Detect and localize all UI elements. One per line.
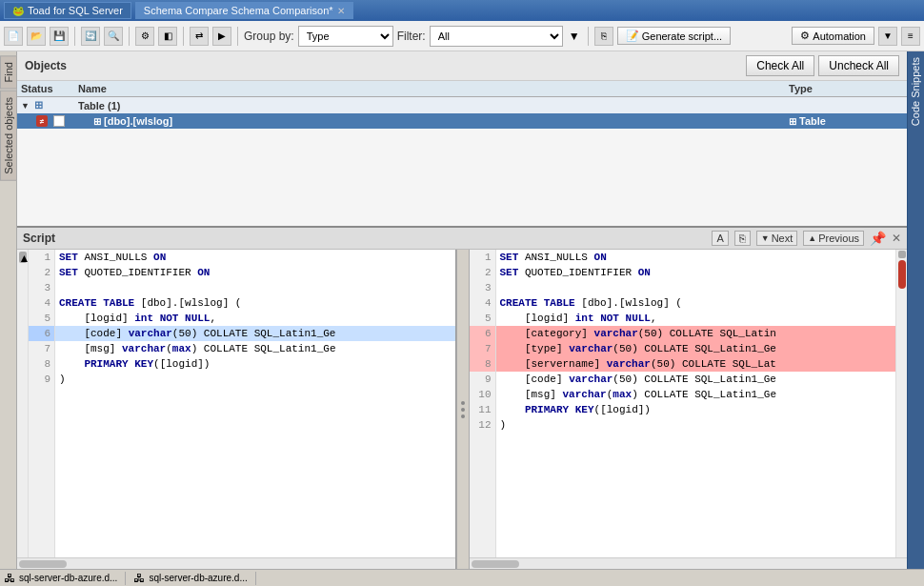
col-status-header: Status — [21, 83, 78, 94]
table-group-row[interactable]: ▼ ⊞ Table (1) — [17, 97, 907, 113]
app-tab[interactable]: 🐸 Toad for SQL Server — [4, 2, 131, 19]
objects-buttons: Check All Uncheck All — [746, 55, 899, 76]
save-icon[interactable]: 💾 — [50, 27, 69, 46]
table-icon: ⊞ — [34, 99, 43, 111]
next-icon: ▼ — [761, 233, 770, 243]
deploy-icon[interactable]: ▶ — [212, 27, 231, 46]
filter-icon[interactable]: ▼ — [567, 29, 582, 44]
right-h-scrollbar[interactable] — [470, 557, 908, 569]
copy-script-button[interactable]: ⎘ — [734, 231, 751, 246]
right-line-1: SET ANSI_NULLS ON — [496, 250, 896, 265]
groupby-select[interactable]: Type — [298, 26, 393, 47]
expand-icon[interactable]: ▼ — [878, 27, 897, 46]
left-line-9: ) — [55, 372, 455, 387]
script-header: Script A ⎘ ▼ Next ▲ Previous 📌 ✕ — [17, 228, 907, 250]
right-v-scrollbar[interactable] — [895, 250, 907, 557]
script-toolbar: A ⎘ ▼ Next ▲ Previous 📌 ✕ — [712, 231, 901, 246]
left-line-6: [code] varchar(50) COLLATE SQL_Latin1_Ge — [55, 326, 455, 341]
row-name: ⊞ [dbo].[wlslog] — [93, 115, 789, 127]
new-icon[interactable]: 📄 — [4, 27, 23, 46]
uncheck-all-button[interactable]: Uncheck All — [818, 55, 899, 76]
left-line-numbers: 1 2 3 4 5 6 7 8 9 — [29, 250, 55, 557]
toolbar-sep-4 — [237, 27, 238, 46]
splitter-dot-3 — [461, 414, 465, 418]
refresh-icon[interactable]: 🔄 — [81, 27, 100, 46]
table-row[interactable]: ≠ ⊞ [dbo].[wlslog] ⊞ Table — [17, 113, 907, 129]
diff-status-icon: ≠ — [36, 115, 48, 127]
row-checkbox[interactable] — [53, 115, 65, 127]
right-code-pane[interactable]: 1 2 3 4 5 6 7 8 9 10 11 12 — [470, 250, 908, 569]
expand-triangle-icon: ▼ — [21, 101, 30, 111]
sidebar-find-tab[interactable]: Find — [0, 55, 17, 89]
status-bar: 🖧 sql-server-db-azure.d... 🖧 sql-server-… — [0, 569, 924, 586]
close-icon[interactable]: ✕ — [337, 6, 345, 16]
compare-icon[interactable]: ◧ — [158, 27, 177, 46]
filter-select[interactable]: All — [430, 26, 563, 47]
title-bar: 🐸 Toad for SQL Server Schema Compare Sch… — [0, 0, 924, 21]
automation-icon: ⚙ — [800, 30, 810, 42]
schema-compare-tab[interactable]: Schema Compare Schema Comparison* ✕ — [135, 2, 353, 19]
left-line-3 — [55, 280, 455, 295]
toolbar-sep-5 — [588, 27, 589, 46]
right-line-8: [servername] varchar(50) COLLATE SQL_Lat — [496, 356, 896, 372]
col-type-header: Type — [789, 83, 903, 94]
right-scroll-thumb[interactable] — [898, 260, 906, 289]
pin-icon[interactable]: 📌 — [870, 231, 886, 246]
table-icon-small: ⊞ — [789, 116, 796, 127]
left-line-4: CREATE TABLE [dbo].[wlslog] ( — [55, 295, 455, 311]
objects-table-header: Status Name Type — [17, 81, 907, 97]
left-line-1: SET ANSI_NULLS ON — [55, 250, 455, 265]
main-container: Find Selected objects Objects Check All … — [0, 51, 924, 569]
right-line-5: [logid] int NOT NULL, — [496, 311, 896, 326]
right-line-10: [msg] varchar(max) COLLATE SQL_Latin1_Ge — [496, 387, 896, 402]
left-v-scrollbar[interactable]: ▲ — [17, 250, 29, 557]
status-db2: 🖧 sql-server-db-azure.d... — [133, 572, 255, 585]
left-code-pane[interactable]: ▲ 1 2 3 4 5 6 7 8 9 — [17, 250, 456, 569]
script-panel: Script A ⎘ ▼ Next ▲ Previous 📌 ✕ — [17, 228, 907, 569]
font-size-button[interactable]: A — [712, 231, 728, 246]
left-code-content: SET ANSI_NULLS ON SET QUOTED_IDENTIFIER … — [55, 250, 455, 557]
table-type-icon: ⊞ — [93, 116, 101, 127]
right-code-inner: 1 2 3 4 5 6 7 8 9 10 11 12 — [470, 250, 908, 557]
generate-script-button[interactable]: 📝 Generate script... — [617, 27, 731, 45]
open-icon[interactable]: 📂 — [27, 27, 46, 46]
left-line-8: PRIMARY KEY([logid]) — [55, 356, 455, 372]
previous-icon: ▲ — [808, 233, 816, 243]
left-scroll-up[interactable]: ▲ — [19, 252, 27, 263]
left-line-5: [logid] int NOT NULL, — [55, 311, 455, 326]
right-line-11: PRIMARY KEY([logid]) — [496, 402, 896, 417]
status-db1: 🖧 sql-server-db-azure.d... — [4, 572, 126, 585]
right-scroll-up[interactable] — [898, 251, 906, 258]
content-area: Objects Check All Uncheck All Status Nam… — [17, 51, 907, 569]
left-line-7: [msg] varchar(max) COLLATE SQL_Latin1_Ge — [55, 341, 455, 356]
left-line-2: SET QUOTED_IDENTIFIER ON — [55, 265, 455, 280]
right-line-numbers: 1 2 3 4 5 6 7 8 9 10 11 12 — [470, 250, 496, 557]
menu-icon[interactable]: ≡ — [901, 27, 920, 46]
right-line-4: CREATE TABLE [dbo].[wlslog] ( — [496, 295, 896, 311]
schema-compare-title: Schema Compare Schema Comparison* — [144, 5, 333, 16]
objects-title: Objects — [25, 59, 67, 72]
check-all-button[interactable]: Check All — [746, 55, 814, 76]
automation-button[interactable]: ⚙ Automation — [792, 27, 874, 45]
sync-icon[interactable]: ⇄ — [190, 27, 209, 46]
next-button[interactable]: ▼ Next — [756, 231, 798, 246]
app-title: Toad for SQL Server — [28, 5, 123, 16]
search-icon[interactable]: 🔍 — [104, 27, 123, 46]
options-icon[interactable]: ⚙ — [135, 27, 154, 46]
pane-splitter[interactable] — [456, 250, 470, 569]
row-type: ⊞ Table — [789, 115, 903, 127]
previous-button[interactable]: ▲ Previous — [803, 231, 864, 246]
left-h-scroll-thumb[interactable] — [19, 560, 67, 568]
sidebar-code-snippets-tab[interactable]: Code Snippets — [908, 51, 924, 131]
close-script-icon[interactable]: ✕ — [892, 232, 901, 245]
toolbar-sep-3 — [183, 27, 184, 46]
right-sidebar: Code Snippets — [907, 51, 924, 569]
col-name-header: Name — [78, 83, 789, 94]
right-line-9: [code] varchar(50) COLLATE SQL_Latin1_Ge — [496, 372, 896, 387]
generate-script-icon: 📝 — [626, 30, 639, 42]
sidebar-selected-tab[interactable]: Selected objects — [0, 91, 17, 181]
copy-icon[interactable]: ⎘ — [594, 27, 613, 46]
right-h-scroll-thumb[interactable] — [472, 560, 519, 568]
left-h-scrollbar[interactable] — [17, 557, 455, 569]
right-code-content: SET ANSI_NULLS ON SET QUOTED_IDENTIFIER … — [496, 250, 896, 557]
